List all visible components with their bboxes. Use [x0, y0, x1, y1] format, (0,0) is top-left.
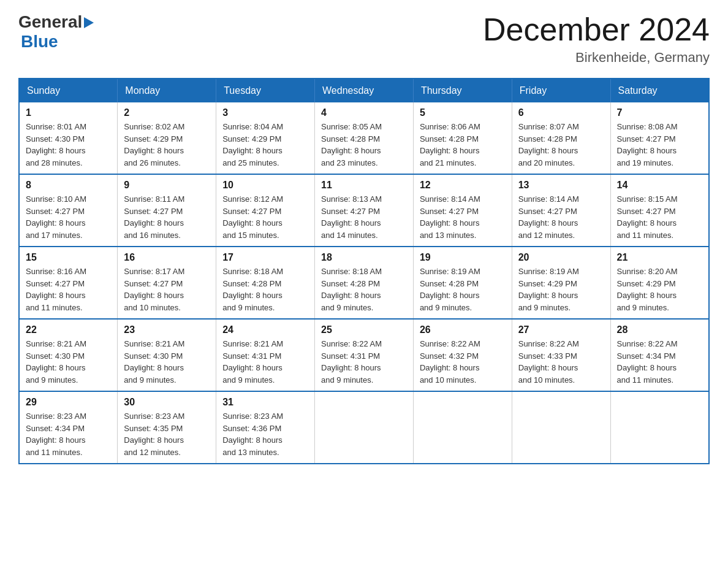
- calendar-cell: 21 Sunrise: 8:20 AMSunset: 4:29 PMDaylig…: [610, 247, 709, 319]
- day-info: Sunrise: 8:22 AMSunset: 4:33 PMDaylight:…: [518, 338, 604, 386]
- calendar-cell: [315, 391, 414, 464]
- day-number: 27: [518, 324, 604, 335]
- day-number: 21: [617, 252, 702, 263]
- logo-arrow-icon: [84, 17, 94, 28]
- calendar-week-row: 29 Sunrise: 8:23 AMSunset: 4:34 PMDaylig…: [19, 391, 709, 464]
- calendar-cell: 30 Sunrise: 8:23 AMSunset: 4:35 PMDaylig…: [118, 391, 216, 464]
- day-info: Sunrise: 8:11 AMSunset: 4:27 PMDaylight:…: [124, 193, 210, 241]
- day-info: Sunrise: 8:19 AMSunset: 4:29 PMDaylight:…: [518, 266, 604, 313]
- calendar-cell: 9 Sunrise: 8:11 AMSunset: 4:27 PMDayligh…: [118, 174, 216, 247]
- day-number: 7: [617, 107, 702, 118]
- title-block: December 2024 Birkenheide, Germany: [483, 12, 710, 66]
- day-info: Sunrise: 8:17 AMSunset: 4:27 PMDaylight:…: [124, 266, 210, 313]
- calendar-cell: 15 Sunrise: 8:16 AMSunset: 4:27 PMDaylig…: [19, 247, 118, 319]
- day-info: Sunrise: 8:23 AMSunset: 4:36 PMDaylight:…: [222, 410, 308, 458]
- day-info: Sunrise: 8:13 AMSunset: 4:27 PMDaylight:…: [321, 193, 407, 241]
- calendar-cell: 8 Sunrise: 8:10 AMSunset: 4:27 PMDayligh…: [19, 174, 118, 247]
- calendar-cell: 4 Sunrise: 8:05 AMSunset: 4:28 PMDayligh…: [315, 102, 414, 174]
- calendar-cell: 7 Sunrise: 8:08 AMSunset: 4:27 PMDayligh…: [610, 102, 709, 174]
- day-number: 5: [420, 107, 506, 118]
- day-info: Sunrise: 8:16 AMSunset: 4:27 PMDaylight:…: [26, 266, 111, 313]
- day-number: 18: [321, 252, 407, 263]
- location-subtitle: Birkenheide, Germany: [483, 50, 710, 66]
- header-saturday: Saturday: [610, 79, 709, 102]
- calendar-cell: 16 Sunrise: 8:17 AMSunset: 4:27 PMDaylig…: [118, 247, 216, 319]
- day-info: Sunrise: 8:22 AMSunset: 4:31 PMDaylight:…: [321, 338, 407, 386]
- calendar-cell: 19 Sunrise: 8:19 AMSunset: 4:28 PMDaylig…: [413, 247, 512, 319]
- day-info: Sunrise: 8:21 AMSunset: 4:30 PMDaylight:…: [124, 338, 210, 386]
- calendar-cell: 10 Sunrise: 8:12 AMSunset: 4:27 PMDaylig…: [216, 174, 315, 247]
- day-number: 8: [26, 180, 111, 191]
- day-info: Sunrise: 8:18 AMSunset: 4:28 PMDaylight:…: [321, 266, 407, 313]
- day-number: 25: [321, 324, 407, 335]
- day-info: Sunrise: 8:02 AMSunset: 4:29 PMDaylight:…: [124, 121, 210, 169]
- day-info: Sunrise: 8:01 AMSunset: 4:30 PMDaylight:…: [26, 121, 111, 169]
- day-number: 31: [222, 397, 308, 408]
- calendar-cell: 3 Sunrise: 8:04 AMSunset: 4:29 PMDayligh…: [216, 102, 315, 174]
- day-info: Sunrise: 8:15 AMSunset: 4:27 PMDaylight:…: [617, 193, 702, 241]
- day-info: Sunrise: 8:22 AMSunset: 4:32 PMDaylight:…: [420, 338, 506, 386]
- day-number: 26: [420, 324, 506, 335]
- calendar-cell: 18 Sunrise: 8:18 AMSunset: 4:28 PMDaylig…: [315, 247, 414, 319]
- day-number: 24: [222, 324, 308, 335]
- calendar-cell: 22 Sunrise: 8:21 AMSunset: 4:30 PMDaylig…: [19, 319, 118, 391]
- header-friday: Friday: [512, 79, 610, 102]
- day-info: Sunrise: 8:20 AMSunset: 4:29 PMDaylight:…: [617, 266, 702, 313]
- calendar-cell: 20 Sunrise: 8:19 AMSunset: 4:29 PMDaylig…: [512, 247, 610, 319]
- day-info: Sunrise: 8:23 AMSunset: 4:35 PMDaylight:…: [124, 410, 210, 458]
- day-info: Sunrise: 8:21 AMSunset: 4:30 PMDaylight:…: [26, 338, 111, 386]
- calendar-cell: 23 Sunrise: 8:21 AMSunset: 4:30 PMDaylig…: [118, 319, 216, 391]
- header-monday: Monday: [118, 79, 216, 102]
- logo-general-text: General: [18, 12, 82, 32]
- header-sunday: Sunday: [19, 79, 118, 102]
- calendar-week-row: 22 Sunrise: 8:21 AMSunset: 4:30 PMDaylig…: [19, 319, 709, 391]
- calendar-cell: 25 Sunrise: 8:22 AMSunset: 4:31 PMDaylig…: [315, 319, 414, 391]
- logo: General Blue: [18, 12, 94, 52]
- day-number: 19: [420, 252, 506, 263]
- calendar-week-row: 15 Sunrise: 8:16 AMSunset: 4:27 PMDaylig…: [19, 247, 709, 319]
- calendar-cell: 27 Sunrise: 8:22 AMSunset: 4:33 PMDaylig…: [512, 319, 610, 391]
- day-number: 17: [222, 252, 308, 263]
- day-number: 14: [617, 180, 702, 191]
- day-info: Sunrise: 8:07 AMSunset: 4:28 PMDaylight:…: [518, 121, 604, 169]
- day-info: Sunrise: 8:23 AMSunset: 4:34 PMDaylight:…: [26, 410, 111, 458]
- day-number: 20: [518, 252, 604, 263]
- calendar-table: SundayMondayTuesdayWednesdayThursdayFrid…: [18, 78, 710, 464]
- day-info: Sunrise: 8:14 AMSunset: 4:27 PMDaylight:…: [420, 193, 506, 241]
- day-number: 16: [124, 252, 210, 263]
- calendar-cell: 11 Sunrise: 8:13 AMSunset: 4:27 PMDaylig…: [315, 174, 414, 247]
- day-number: 6: [518, 107, 604, 118]
- calendar-cell: 28 Sunrise: 8:22 AMSunset: 4:34 PMDaylig…: [610, 319, 709, 391]
- header-wednesday: Wednesday: [315, 79, 414, 102]
- day-info: Sunrise: 8:21 AMSunset: 4:31 PMDaylight:…: [222, 338, 308, 386]
- day-info: Sunrise: 8:14 AMSunset: 4:27 PMDaylight:…: [518, 193, 604, 241]
- calendar-cell: 1 Sunrise: 8:01 AMSunset: 4:30 PMDayligh…: [19, 102, 118, 174]
- calendar-cell: 12 Sunrise: 8:14 AMSunset: 4:27 PMDaylig…: [413, 174, 512, 247]
- calendar-cell: 14 Sunrise: 8:15 AMSunset: 4:27 PMDaylig…: [610, 174, 709, 247]
- day-info: Sunrise: 8:12 AMSunset: 4:27 PMDaylight:…: [222, 193, 308, 241]
- day-number: 15: [26, 252, 111, 263]
- day-number: 28: [617, 324, 702, 335]
- calendar-cell: 26 Sunrise: 8:22 AMSunset: 4:32 PMDaylig…: [413, 319, 512, 391]
- calendar-header-row: SundayMondayTuesdayWednesdayThursdayFrid…: [19, 79, 709, 102]
- day-number: 29: [26, 397, 111, 408]
- day-info: Sunrise: 8:04 AMSunset: 4:29 PMDaylight:…: [222, 121, 308, 169]
- calendar-week-row: 8 Sunrise: 8:10 AMSunset: 4:27 PMDayligh…: [19, 174, 709, 247]
- day-number: 10: [222, 180, 308, 191]
- calendar-cell: 31 Sunrise: 8:23 AMSunset: 4:36 PMDaylig…: [216, 391, 315, 464]
- day-number: 4: [321, 107, 407, 118]
- calendar-week-row: 1 Sunrise: 8:01 AMSunset: 4:30 PMDayligh…: [19, 102, 709, 174]
- day-info: Sunrise: 8:19 AMSunset: 4:28 PMDaylight:…: [420, 266, 506, 313]
- calendar-cell: [413, 391, 512, 464]
- header-thursday: Thursday: [413, 79, 512, 102]
- logo-blue-text: Blue: [21, 32, 58, 51]
- day-info: Sunrise: 8:18 AMSunset: 4:28 PMDaylight:…: [222, 266, 308, 313]
- day-number: 23: [124, 324, 210, 335]
- calendar-cell: [610, 391, 709, 464]
- day-number: 1: [26, 107, 111, 118]
- calendar-cell: 24 Sunrise: 8:21 AMSunset: 4:31 PMDaylig…: [216, 319, 315, 391]
- calendar-cell: 13 Sunrise: 8:14 AMSunset: 4:27 PMDaylig…: [512, 174, 610, 247]
- header-tuesday: Tuesday: [216, 79, 315, 102]
- day-number: 11: [321, 180, 407, 191]
- calendar-cell: 17 Sunrise: 8:18 AMSunset: 4:28 PMDaylig…: [216, 247, 315, 319]
